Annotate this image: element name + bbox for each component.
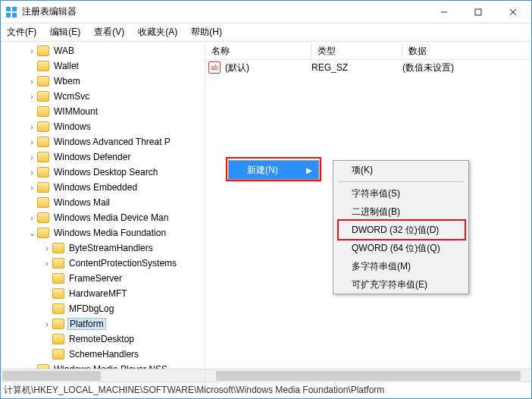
expand-icon[interactable]: ›	[27, 77, 37, 86]
svg-rect-1	[12, 7, 17, 11]
folder-icon	[52, 349, 64, 360]
window-controls	[427, 1, 531, 23]
folder-icon	[37, 137, 49, 147]
tree-item-label: Windows Desktop Search	[52, 167, 159, 178]
titlebar[interactable]: 注册表编辑器	[1, 1, 531, 24]
tree-item-label: MFDbgLog	[67, 303, 115, 314]
tree-item-label: ByteStreamHandlers	[67, 243, 155, 253]
expand-icon[interactable]: ›	[27, 168, 37, 177]
value-row[interactable]: ab(默认)REG_SZ(数值未设置)	[205, 60, 531, 75]
svg-rect-3	[12, 13, 17, 17]
menu-help[interactable]: 帮助(H)	[188, 24, 225, 40]
folder-icon	[37, 46, 49, 56]
tree-item[interactable]: ›WcmSvc	[1, 89, 205, 104]
menu-item-new[interactable]: 新建(N) ▶	[229, 161, 318, 179]
tree-item[interactable]: ›Windows Defender	[1, 149, 205, 165]
tree-item-label: Wallet	[52, 61, 80, 71]
col-type[interactable]: 类型	[311, 42, 402, 59]
status-path: 计算机\HKEY_LOCAL_MACHINE\SOFTWARE\Microsof…	[4, 384, 384, 397]
expand-icon[interactable]: ›	[27, 122, 37, 131]
folder-icon	[37, 197, 49, 208]
tree-item[interactable]: ›Windows Media Device Man	[1, 210, 205, 225]
svg-rect-2	[6, 13, 11, 17]
folder-icon	[52, 273, 64, 284]
tree-item[interactable]: Wallet	[1, 58, 205, 74]
registry-editor-window: 注册表编辑器 文件(F) 编辑(E) 查看(V) 收藏夹(A) 帮助(H) ›W…	[0, 0, 532, 399]
expand-icon[interactable]: ›	[27, 137, 37, 146]
submenu-item[interactable]: DWORD (32 位)值(D)	[333, 221, 468, 239]
tree-item-label: Windows Mail	[52, 197, 111, 208]
close-button[interactable]	[495, 1, 531, 23]
tree-item[interactable]: ›ByteStreamHandlers	[1, 240, 205, 256]
tree-item-label: SchemeHandlers	[67, 349, 140, 360]
tree-item[interactable]: MFDbgLog	[1, 301, 205, 316]
expand-icon[interactable]: ›	[42, 319, 52, 328]
menu-view[interactable]: 查看(V)	[91, 24, 127, 40]
maximize-button[interactable]	[461, 1, 495, 23]
tree-item[interactable]: HardwareMFT	[1, 286, 205, 301]
values-list[interactable]: ab(默认)REG_SZ(数值未设置) 新建(N) ▶ 项(K)字符串值(S)二…	[205, 60, 531, 369]
expand-icon[interactable]: ›	[27, 213, 37, 222]
tree-item-label: WAB	[52, 46, 76, 56]
tree-item[interactable]: ›WAB	[1, 43, 205, 58]
col-data[interactable]: 数据	[402, 42, 531, 59]
submenu-item[interactable]: 二进制值(B)	[333, 203, 468, 221]
tree-item[interactable]: RemoteDesktop	[1, 331, 205, 347]
menu-separator	[338, 181, 464, 182]
value-data: (数值未设置)	[402, 61, 454, 74]
tree-item-label: RemoteDesktop	[67, 334, 136, 344]
folder-icon	[37, 121, 49, 132]
tree-item[interactable]: ⌄Windows Media Foundation	[1, 225, 205, 240]
expand-icon[interactable]: ⌄	[27, 228, 37, 238]
menu-edit[interactable]: 编辑(E)	[47, 24, 83, 40]
menu-item-label: 新建(N)	[247, 164, 278, 177]
tree-item[interactable]: SchemeHandlers	[1, 347, 205, 362]
tree-item[interactable]: ›Windows Desktop Search	[1, 165, 205, 180]
list-hscrollbar[interactable]	[205, 369, 531, 382]
minimize-button[interactable]	[427, 1, 461, 23]
folder-icon	[37, 228, 49, 238]
context-submenu-new: 项(K)字符串值(S)二进制值(B)DWORD (32 位)值(D)QWORD …	[333, 160, 469, 294]
expand-icon[interactable]: ›	[27, 46, 37, 55]
tree-item-label: Windows Media Foundation	[52, 228, 167, 238]
submenu-item[interactable]: 项(K)	[333, 161, 468, 179]
submenu-item[interactable]: 多字符串值(M)	[333, 257, 468, 275]
tree-item[interactable]: Windows Mail	[1, 195, 205, 210]
tree-item-label: Windows Media Device Man	[52, 212, 170, 223]
submenu-item[interactable]: 字符串值(S)	[333, 184, 468, 203]
tree-item[interactable]: ›ContentProtectionSystems	[1, 256, 205, 271]
folder-icon	[52, 258, 64, 269]
folder-icon	[37, 61, 49, 71]
submenu-item[interactable]: 可扩充字符串值(E)	[333, 275, 468, 294]
tree-item[interactable]: FrameServer	[1, 271, 205, 286]
list-header[interactable]: 名称 类型 数据	[205, 42, 531, 60]
menu-favorites[interactable]: 收藏夹(A)	[135, 24, 180, 40]
window-title: 注册表编辑器	[22, 5, 427, 18]
tree-item[interactable]: ›Platform	[1, 316, 205, 331]
expand-icon[interactable]: ›	[27, 183, 37, 192]
folder-icon	[52, 334, 64, 344]
expand-icon[interactable]: ›	[27, 92, 37, 101]
tree-item[interactable]: ›Windows Advanced Threat P	[1, 134, 205, 149]
submenu-arrow-icon: ▶	[306, 166, 312, 174]
menu-file[interactable]: 文件(F)	[4, 24, 39, 40]
tree-item[interactable]: ›Windows Embedded	[1, 180, 205, 195]
tree-item-label: Windows Defender	[52, 152, 132, 162]
expand-icon[interactable]: ›	[42, 243, 52, 253]
body: ›WABWallet›Wbem›WcmSvcWIMMount›Windows›W…	[1, 42, 531, 382]
tree-item[interactable]: ›Wbem	[1, 74, 205, 89]
tree-item[interactable]: ›Windows Media Player NSS	[1, 362, 205, 369]
submenu-item[interactable]: QWORD (64 位)值(Q)	[333, 239, 468, 257]
tree-hscrollbar[interactable]	[1, 369, 205, 382]
expand-icon[interactable]: ›	[27, 152, 37, 162]
col-name[interactable]: 名称	[205, 42, 311, 59]
tree-item-label: HardwareMFT	[67, 288, 129, 299]
svg-rect-5	[475, 9, 481, 15]
app-icon	[5, 6, 17, 18]
registry-tree[interactable]: ›WABWallet›Wbem›WcmSvcWIMMount›Windows›W…	[1, 42, 205, 369]
string-value-icon: ab	[208, 61, 221, 74]
expand-icon[interactable]: ›	[42, 259, 52, 268]
tree-item[interactable]: ›Windows	[1, 119, 205, 134]
tree-item[interactable]: WIMMount	[1, 104, 205, 119]
folder-icon	[37, 152, 49, 162]
